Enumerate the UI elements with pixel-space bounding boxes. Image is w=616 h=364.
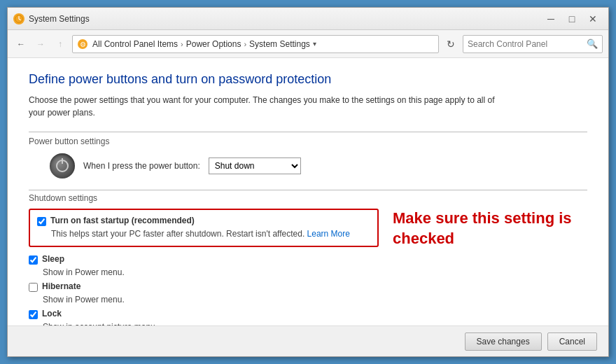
learn-more-link[interactable]: Learn More [307, 229, 350, 239]
system-settings-window: System Settings ─ □ ✕ ← → ↑ ⚙ All Contro… [7, 7, 609, 357]
fast-startup-label[interactable]: Turn on fast startup (recommended) [50, 216, 195, 225]
breadcrumb-power-options[interactable]: Power Options [186, 39, 241, 49]
search-icon: 🔍 [587, 38, 598, 49]
hibernate-desc: Show in Power menu. [43, 295, 379, 304]
fast-startup-row: Turn on fast startup (recommended) [37, 216, 370, 226]
hibernate-checkbox[interactable] [29, 283, 38, 292]
address-bar: ← → ↑ ⚙ All Control Panel Items › Power … [8, 30, 608, 58]
breadcrumb-dropdown-button[interactable]: ▾ [313, 40, 316, 48]
power-button-section: Power button settings When I press the p… [29, 132, 587, 178]
breadcrumb-all-control-panel[interactable]: All Control Panel Items [92, 39, 178, 49]
breadcrumb-system-settings[interactable]: System Settings [249, 39, 310, 49]
window-title: System Settings [29, 14, 541, 24]
svg-text:⚙: ⚙ [80, 41, 86, 48]
shutdown-content: Turn on fast startup (recommended) This … [29, 209, 587, 326]
sleep-checkbox[interactable] [29, 255, 38, 265]
fast-startup-checkbox[interactable] [37, 217, 46, 226]
hibernate-label[interactable]: Hibernate [42, 281, 80, 291]
hibernate-section: Hibernate Show in Power menu. [29, 281, 379, 304]
minimize-button[interactable]: ─ [541, 11, 561, 27]
shutdown-section-label: Shutdown settings [29, 193, 587, 203]
lock-label[interactable]: Lock [42, 309, 62, 318]
save-changes-button[interactable]: Save changes [465, 332, 542, 351]
shutdown-section: Shutdown settings Turn on fast startup (… [29, 190, 587, 326]
power-button-row: When I press the power button: Shut down… [29, 153, 587, 178]
power-icon [50, 153, 75, 178]
back-button[interactable]: ← [13, 36, 29, 52]
power-icon-inner [56, 160, 69, 172]
sleep-section: Sleep Show in Power menu. [29, 254, 379, 277]
fast-startup-desc: This helps start your PC faster after sh… [51, 229, 370, 239]
refresh-button[interactable]: ↻ [443, 36, 458, 52]
sleep-desc: Show in Power menu. [43, 267, 379, 277]
footer: Save changes Cancel [8, 326, 608, 356]
close-button[interactable]: ✕ [583, 11, 603, 27]
content-area: Define power buttons and turn on passwor… [8, 58, 608, 326]
sleep-row: Sleep [29, 254, 379, 265]
power-button-select[interactable]: Shut down Sleep Hibernate Turn off the d… [209, 158, 301, 174]
up-button[interactable]: ↑ [52, 36, 68, 52]
lock-checkbox[interactable] [29, 310, 38, 319]
cancel-button[interactable]: Cancel [547, 332, 597, 351]
maximize-button[interactable]: □ [562, 11, 582, 27]
power-button-section-label: Power button settings [29, 136, 587, 146]
page-description: Choose the power settings that you want … [29, 94, 505, 119]
shutdown-checkboxes: Turn on fast startup (recommended) This … [29, 209, 379, 326]
power-button-label: When I press the power button: [83, 161, 200, 171]
fast-startup-box: Turn on fast startup (recommended) This … [29, 209, 379, 247]
title-bar: System Settings ─ □ ✕ [8, 8, 608, 30]
window-controls: ─ □ ✕ [541, 11, 603, 27]
hibernate-row: Hibernate [29, 281, 379, 292]
breadcrumb: ⚙ All Control Panel Items › Power Option… [72, 35, 439, 53]
sleep-label[interactable]: Sleep [42, 254, 64, 264]
search-input[interactable] [468, 39, 584, 49]
lock-section: Lock Show in account picture menu. [29, 309, 379, 326]
search-box: 🔍 [463, 35, 603, 53]
annotation-text: Make sure this setting is checked [393, 209, 575, 248]
page-title: Define power buttons and turn on passwor… [29, 72, 587, 87]
lock-row: Lock [29, 309, 379, 319]
window-icon [13, 13, 24, 24]
forward-button[interactable]: → [33, 36, 48, 52]
